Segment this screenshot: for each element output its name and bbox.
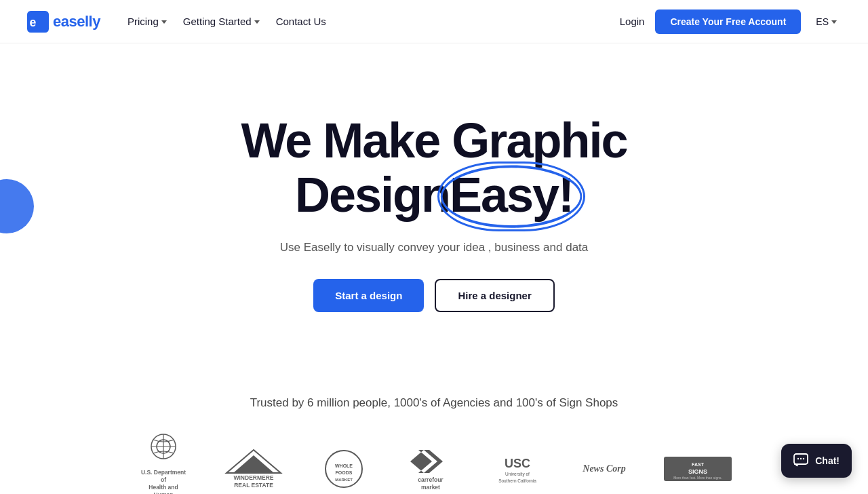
logo[interactable]: e easelly xyxy=(27,11,100,33)
list-item: News Corp xyxy=(577,457,631,481)
svg-text:SIGNS: SIGNS xyxy=(688,468,707,475)
svg-text:e: e xyxy=(30,16,37,29)
nav-link-contact-us[interactable]: Contact Us xyxy=(271,12,332,31)
trusted-logo-label: WINDERMEREREAL ESTATE xyxy=(233,474,273,489)
hero-title-line1: We Make Graphic xyxy=(241,114,627,168)
chat-widget[interactable]: Chat! xyxy=(781,444,852,478)
nav-link-getting-started[interactable]: Getting Started xyxy=(178,12,265,31)
list-item: USC University of Southern California xyxy=(490,454,545,484)
svg-text:News Corp: News Corp xyxy=(582,463,625,474)
pricing-chevron-icon xyxy=(161,20,167,24)
list-item: FAST SIGNS More than fast. More than sig… xyxy=(664,457,732,481)
start-design-button[interactable]: Start a design xyxy=(313,279,424,312)
svg-text:MARKET: MARKET xyxy=(335,478,353,482)
list-item: U.S. Department ofHealth and HumanServic… xyxy=(136,432,191,494)
hire-designer-button[interactable]: Hire a designer xyxy=(435,279,554,312)
svg-point-26 xyxy=(803,458,804,459)
trusted-logos: U.S. Department ofHealth and HumanServic… xyxy=(27,432,841,494)
navbar: e easelly Pricing Getting Started Contac… xyxy=(0,0,868,43)
login-link[interactable]: Login xyxy=(620,16,645,27)
hero-title: We Make Graphic Design Easy! xyxy=(241,114,627,221)
trusted-title: Trusted by 6 million people, 1000's of A… xyxy=(27,396,841,410)
hero-easy-text: Easy! xyxy=(450,168,573,222)
create-account-button[interactable]: Create Your Free Account xyxy=(655,10,801,34)
chat-label: Chat! xyxy=(815,455,840,466)
trusted-logo-label: U.S. Department ofHealth and HumanServic… xyxy=(140,469,187,494)
hero-buttons: Start a design Hire a designer xyxy=(313,279,555,312)
nav-links: Pricing Getting Started Contact Us xyxy=(122,12,332,31)
hero-section: We Make Graphic Design Easy! Use Easelly… xyxy=(0,43,868,369)
getting-started-chevron-icon xyxy=(254,20,260,24)
svg-point-25 xyxy=(800,458,802,459)
hero-subtitle: Use Easelly to visually convey your idea… xyxy=(280,241,589,254)
language-selector[interactable]: ES xyxy=(812,14,841,30)
hero-title-line2: Design Easy! xyxy=(241,168,627,222)
svg-marker-8 xyxy=(233,455,274,473)
svg-text:Southern California: Southern California xyxy=(498,478,536,483)
logo-text: easelly xyxy=(53,13,100,31)
svg-text:University of: University of xyxy=(505,472,530,477)
chat-icon xyxy=(793,453,808,468)
svg-point-24 xyxy=(797,458,799,459)
svg-text:USC: USC xyxy=(505,457,530,470)
trusted-logo-label: carrefourmarket xyxy=(418,476,443,491)
svg-text:WHOLE: WHOLE xyxy=(335,463,353,468)
svg-text:FAST: FAST xyxy=(692,462,705,467)
hero-design-text: Design xyxy=(295,168,450,222)
svg-text:More than fast. More than sign: More than fast. More than signs. xyxy=(673,476,722,480)
nav-right: Login Create Your Free Account ES xyxy=(620,10,841,34)
trusted-section: Trusted by 6 million people, 1000's of A… xyxy=(0,369,868,494)
list-item: WHOLE FOODS MARKET xyxy=(317,449,371,489)
svg-text:FOODS: FOODS xyxy=(336,470,353,475)
list-item: carrefourmarket xyxy=(403,446,458,491)
nav-link-pricing[interactable]: Pricing xyxy=(122,12,172,31)
list-item: WINDERMEREREAL ESTATE xyxy=(223,449,284,489)
nav-left: e easelly Pricing Getting Started Contac… xyxy=(27,11,332,33)
hero-blob-decoration xyxy=(0,179,34,233)
lang-chevron-icon xyxy=(831,20,837,24)
